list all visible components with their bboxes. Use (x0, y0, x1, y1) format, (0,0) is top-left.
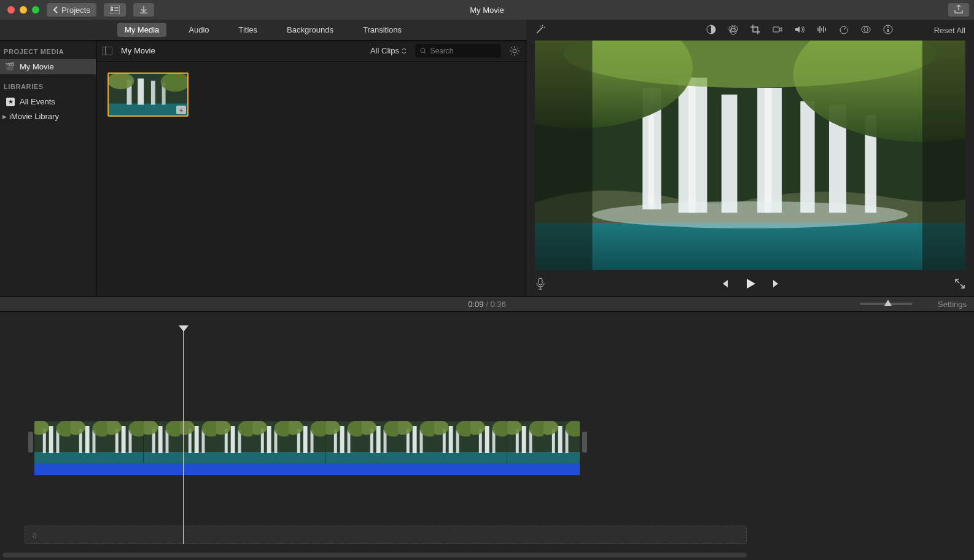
window-controls (7, 6, 39, 14)
clip-filter-label: All Clips (370, 46, 399, 55)
toggle-sidebar-icon[interactable] (103, 47, 112, 55)
microphone-voiceover-icon[interactable] (535, 278, 546, 292)
tab-transitions[interactable]: Transitions (356, 23, 409, 37)
close-window-button[interactable] (7, 6, 15, 14)
view-mode-segmented[interactable] (104, 3, 126, 17)
upper-region: My Media Audio Titles Backgrounds Transi… (0, 20, 974, 296)
music-note-icon: ♫ (31, 531, 37, 540)
svg-rect-30 (773, 27, 779, 32)
tab-audio[interactable]: Audio (181, 23, 216, 37)
svg-rect-163 (558, 426, 563, 453)
svg-rect-98 (216, 452, 252, 463)
go-to-end-button[interactable] (771, 278, 782, 291)
clip-audio-waveform[interactable] (34, 463, 580, 475)
go-to-start-button[interactable] (719, 278, 730, 291)
tab-titles[interactable]: Titles (232, 23, 265, 37)
svg-rect-154 (507, 452, 543, 463)
color-balance-icon[interactable] (706, 24, 717, 37)
browser-toolbar: My Movie All Clips (96, 41, 526, 61)
play-button[interactable] (744, 277, 757, 292)
filmstrip-frame (34, 421, 71, 463)
sidebar-library-name: iMovie Library (9, 112, 59, 121)
tab-backgrounds[interactable]: Backgrounds (279, 23, 341, 37)
timeline-zoom-slider[interactable] (860, 303, 913, 305)
clip-filter-dropdown[interactable]: All Clips (370, 46, 407, 55)
sidebar-project-item[interactable]: 🎬 My Movie (0, 59, 96, 74)
sidebar-all-events[interactable]: ★ All Events (0, 94, 96, 109)
crop-icon[interactable] (750, 24, 761, 37)
timeline-settings-button[interactable]: Settings (938, 300, 967, 309)
svg-line-17 (511, 53, 512, 55)
search-icon (420, 47, 426, 55)
current-time: 0:09 (468, 300, 483, 309)
gear-icon[interactable] (510, 46, 520, 56)
svg-point-55 (592, 201, 908, 228)
media-clip-thumbnail[interactable]: ＋ (107, 72, 189, 117)
preview-frame-image (535, 41, 965, 270)
fullscreen-window-button[interactable] (32, 6, 39, 14)
import-down-icon (139, 6, 148, 14)
noise-eq-icon[interactable] (816, 24, 827, 37)
video-preview[interactable] (535, 41, 965, 270)
back-to-projects-button[interactable]: Projects (47, 3, 96, 17)
horizontal-scrollbar[interactable] (2, 553, 747, 558)
svg-rect-149 (485, 426, 489, 453)
add-clip-badge-icon[interactable]: ＋ (176, 106, 186, 114)
chevron-left-icon (53, 6, 59, 14)
viewer-toolbar: Reset All (526, 20, 974, 41)
reset-all-button[interactable]: Reset All (934, 26, 965, 35)
timeline[interactable]: ♫ (0, 312, 974, 560)
tab-my-media[interactable]: My Media (117, 23, 166, 37)
filmstrip-frame (325, 421, 362, 463)
filmstrip-frame (180, 421, 216, 463)
svg-rect-1 (111, 7, 113, 9)
svg-rect-93 (194, 426, 198, 453)
filmstrip-frame (144, 421, 180, 463)
zoom-slider-knob[interactable] (884, 300, 892, 306)
filmstrip-frame (398, 421, 434, 463)
info-icon[interactable] (882, 24, 894, 37)
svg-point-9 (513, 49, 516, 53)
svg-rect-84 (144, 452, 180, 463)
playhead[interactable] (183, 327, 184, 544)
filmstrip-frame (434, 421, 470, 463)
media-browser: My Movie All Clips (96, 41, 526, 296)
svg-rect-156 (521, 426, 526, 453)
svg-rect-22 (151, 81, 155, 105)
search-input[interactable] (430, 47, 496, 55)
fullscreen-icon[interactable] (954, 279, 965, 290)
background-music-track[interactable]: ♫ (25, 526, 747, 544)
clip-trim-handle-right[interactable] (582, 432, 587, 453)
svg-rect-112 (289, 452, 325, 463)
clip-filmstrip (34, 421, 580, 463)
svg-rect-21 (138, 79, 144, 105)
svg-rect-135 (413, 426, 417, 453)
svg-rect-121 (340, 426, 344, 453)
stabilization-icon[interactable] (772, 24, 783, 37)
browser-title: My Movie (121, 46, 155, 55)
view-mode-list-button[interactable] (104, 3, 126, 17)
svg-rect-53 (688, 78, 696, 213)
speed-icon[interactable] (838, 24, 849, 37)
minimize-window-button[interactable] (20, 6, 27, 14)
filmstrip-frame (107, 421, 143, 463)
sidebar-all-events-label: All Events (20, 97, 55, 106)
clip-trim-handle-left[interactable] (28, 432, 33, 453)
sidebar: PROJECT MEDIA 🎬 My Movie LIBRARIES ★ All… (0, 41, 96, 296)
svg-rect-72 (85, 426, 90, 453)
svg-line-37 (844, 28, 846, 30)
star-icon: ★ (6, 98, 15, 106)
video-track-clip[interactable] (34, 421, 580, 475)
share-button[interactable] (948, 3, 969, 17)
sidebar-header-project-media: PROJECT MEDIA (0, 48, 96, 59)
sidebar-library-item[interactable]: ▶ iMovie Library (0, 109, 96, 123)
volume-icon[interactable] (794, 24, 805, 37)
magic-wand-icon[interactable] (535, 24, 546, 37)
filter-overlap-icon[interactable] (860, 24, 871, 37)
color-correction-icon[interactable] (728, 24, 739, 37)
disclosure-triangle-icon[interactable]: ▶ (2, 114, 7, 120)
titlebar: Projects My Movie (0, 0, 974, 20)
search-field[interactable] (415, 44, 501, 58)
import-button[interactable] (133, 3, 154, 17)
svg-line-16 (517, 47, 518, 49)
